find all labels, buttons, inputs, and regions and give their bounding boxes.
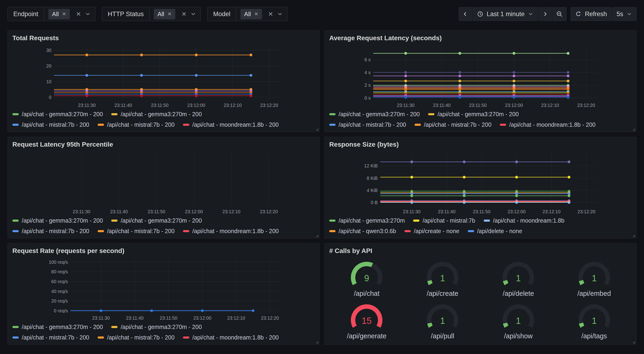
- legend-item[interactable]: /api/chat - moondream:1.8b - 200: [183, 228, 279, 234]
- clear-selection-icon[interactable]: ✕: [268, 11, 273, 18]
- legend-item[interactable]: /api/chat - gemma3:270m - 200: [428, 111, 518, 118]
- filter-chip[interactable]: All ✕: [48, 9, 70, 20]
- y-axis-tick-label: 30: [46, 48, 52, 53]
- legend-item[interactable]: /api/chat - mistral:7b - 200: [12, 334, 89, 341]
- chip-remove-icon[interactable]: ✕: [254, 11, 258, 17]
- legend-item[interactable]: /api/chat - mistral:7b - 200: [12, 121, 89, 128]
- panel-title[interactable]: Response Size (bytes): [329, 139, 632, 150]
- filter-chip[interactable]: All ✕: [240, 9, 262, 20]
- filter-label-http-status[interactable]: HTTP Status: [102, 7, 150, 21]
- refresh-interval-button[interactable]: 5s: [612, 7, 636, 21]
- time-shift-back-button[interactable]: [459, 7, 472, 21]
- timeseries-chart[interactable]: 23:11:3023:11:4023:11:5023:12:0023:12:10…: [12, 150, 315, 215]
- filter-bar: Endpoint All ✕ ✕ HTTP Status All ✕ ✕: [8, 7, 288, 21]
- legend-item[interactable]: /api/chat - gemma3:270m - 200: [12, 324, 103, 330]
- filter-value-endpoint[interactable]: All ✕ ✕: [44, 7, 95, 21]
- timeseries-chart[interactable]: 23:11:3023:11:4023:11:5023:12:0023:12:10…: [329, 44, 632, 109]
- gauge-label: /api/embed: [578, 290, 611, 297]
- clear-selection-icon[interactable]: ✕: [76, 11, 81, 18]
- legend: /api/chat - gemma3:270m - 200/api/chat -…: [12, 215, 315, 235]
- legend-color-pill: [98, 230, 104, 232]
- panel-title[interactable]: Request Latency 95th Percentile: [12, 139, 315, 150]
- chevron-down-icon[interactable]: [190, 11, 196, 17]
- legend-item[interactable]: /api/chat - gemma3:270m: [329, 217, 405, 224]
- gauge-api-generate: 15/api/generate: [343, 301, 390, 340]
- legend-item[interactable]: /api/chat - mistral:7b - 200: [98, 228, 174, 234]
- legend-item[interactable]: /api/chat - mistral:7b - 200: [329, 121, 406, 128]
- chip-remove-icon[interactable]: ✕: [168, 11, 172, 17]
- legend-item[interactable]: /api/chat - moondream:1.8b: [484, 217, 564, 224]
- chip-remove-icon[interactable]: ✕: [62, 11, 66, 17]
- x-axis-tick-label: 23:11:40: [126, 315, 144, 320]
- chevron-left-icon: [462, 11, 468, 17]
- series-point: [568, 194, 570, 197]
- y-axis-tick-label: 0: [49, 95, 52, 100]
- legend-item[interactable]: /api/chat - mistral:7b - 200: [12, 228, 89, 234]
- filter-value-http-status[interactable]: All ✕ ✕: [150, 7, 200, 21]
- gauge-value-arc: [505, 323, 506, 327]
- chevron-down-icon[interactable]: [85, 11, 91, 17]
- legend-color-pill: [111, 113, 118, 115]
- gauge-arc: 1: [419, 258, 466, 290]
- resize-handle[interactable]: [631, 127, 635, 131]
- resize-handle[interactable]: [314, 127, 318, 131]
- gauge-value: 15: [362, 316, 372, 326]
- legend-color-pill: [12, 124, 19, 126]
- timeseries-chart[interactable]: 23:11:3023:11:4023:11:5023:12:0023:12:10…: [12, 256, 315, 322]
- resize-handle[interactable]: [631, 233, 635, 237]
- resize-handle[interactable]: [314, 233, 318, 237]
- legend-item[interactable]: /api/delete - none: [468, 228, 522, 234]
- series-point: [567, 75, 570, 77]
- x-axis-tick-label: 23:11:50: [151, 103, 168, 108]
- series-point: [567, 71, 570, 74]
- panel-request-latency-95th: Request Latency 95th Percentile 23:11:30…: [8, 137, 320, 238]
- legend-item[interactable]: /api/chat - gemma3:270m - 200: [12, 111, 103, 118]
- legend-label: /api/chat - moondream:1.8b: [493, 217, 564, 224]
- filter-chip[interactable]: All ✕: [154, 9, 176, 20]
- panel-title[interactable]: Total Requests: [12, 33, 315, 44]
- legend-item[interactable]: /api/chat - mistral:7b - 200: [98, 334, 174, 341]
- x-axis-tick-label: 23:11:30: [73, 209, 90, 214]
- refresh-label: Refresh: [585, 11, 607, 18]
- resize-handle[interactable]: [631, 339, 635, 344]
- resize-handle[interactable]: [314, 339, 318, 344]
- filter-label-model[interactable]: Model: [208, 7, 236, 21]
- legend-item[interactable]: /api/chat - gemma3:270m - 200: [111, 217, 202, 224]
- legend-item[interactable]: /api/chat - gemma3:270m - 200: [111, 111, 202, 118]
- timeseries-chart[interactable]: 23:11:3023:11:4023:11:5023:12:0023:12:10…: [329, 150, 632, 215]
- legend-item[interactable]: /api/chat - mistral:7b: [413, 217, 475, 224]
- filter-label-endpoint[interactable]: Endpoint: [8, 7, 44, 21]
- gauge-label: /api/create: [427, 290, 458, 297]
- series-point: [404, 80, 407, 82]
- panel-title[interactable]: Request Rate (requests per second): [12, 246, 315, 256]
- legend-item[interactable]: /api/create - none: [404, 228, 460, 234]
- legend-item[interactable]: /api/chat - gemma3:270m - 200: [111, 324, 202, 330]
- chevron-down-icon[interactable]: [277, 11, 283, 17]
- series-point: [404, 96, 407, 99]
- gauge-arc: 15: [343, 301, 390, 332]
- filter-value-model[interactable]: All ✕ ✕: [236, 7, 287, 21]
- legend-item[interactable]: /api/chat - mistral:7b - 200: [414, 121, 492, 128]
- legend-item[interactable]: /api/chat - gemma3:270m - 200: [12, 217, 103, 224]
- x-axis-tick-label: 23:12:20: [578, 209, 596, 214]
- panel-title[interactable]: Average Request Latency (seconds): [329, 33, 632, 44]
- refresh-button[interactable]: Refresh: [571, 7, 612, 21]
- legend-item[interactable]: /api/chat - qwen3:0.6b: [329, 228, 396, 234]
- time-range-picker-button[interactable]: Last 1 minute: [472, 7, 538, 21]
- gauge-value: 1: [440, 316, 445, 326]
- legend-label: /api/chat - moondream:1.8b - 200: [192, 334, 279, 341]
- gauge-label: /api/delete: [503, 290, 534, 297]
- legend-item[interactable]: /api/chat - moondream:1.8b - 200: [183, 121, 279, 128]
- legend-item[interactable]: /api/chat - moondream:1.8b - 200: [500, 121, 596, 128]
- y-axis-tick-label: 100 req/s: [48, 259, 68, 265]
- clear-selection-icon[interactable]: ✕: [181, 11, 186, 18]
- legend-item[interactable]: /api/chat - moondream:1.8b - 200: [183, 334, 279, 341]
- panel-title[interactable]: # Calls by API: [329, 246, 632, 256]
- legend-item[interactable]: /api/chat - gemma3:270m - 200: [329, 111, 420, 118]
- legend-item[interactable]: /api/chat - mistral:7b - 200: [98, 121, 174, 128]
- y-axis-tick-label: 0 B: [371, 200, 378, 205]
- zoom-out-button[interactable]: [552, 7, 566, 21]
- gauge-label: /api/pull: [431, 332, 454, 340]
- timeseries-chart[interactable]: 23:11:3023:11:4023:11:5023:12:0023:12:10…: [12, 44, 315, 109]
- time-shift-forward-button[interactable]: [538, 7, 552, 21]
